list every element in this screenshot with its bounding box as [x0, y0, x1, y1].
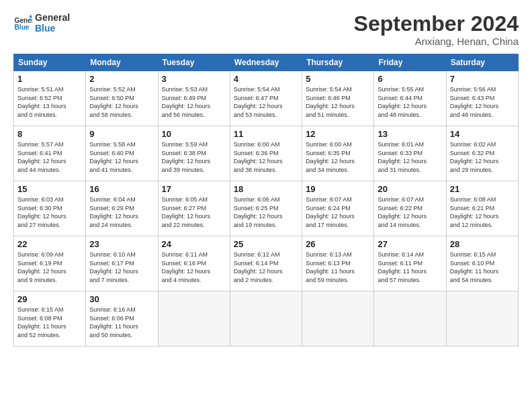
- week-row-3: 15Sunrise: 6:03 AMSunset: 6:30 PMDayligh…: [14, 181, 519, 236]
- day-cell: 15Sunrise: 6:03 AMSunset: 6:30 PMDayligh…: [14, 181, 86, 236]
- day-number: 11: [234, 129, 298, 139]
- day-info: Sunrise: 6:01 AMSunset: 6:33 PMDaylight:…: [378, 140, 442, 174]
- title-block: September 2024 Anxiang, Henan, China: [354, 12, 519, 47]
- week-row-5: 29Sunrise: 6:15 AMSunset: 6:08 PMDayligh…: [14, 291, 519, 347]
- day-number: 13: [378, 129, 442, 139]
- day-info: Sunrise: 6:00 AMSunset: 6:36 PMDaylight:…: [234, 140, 298, 174]
- day-number: 14: [450, 129, 515, 139]
- day-number: 3: [162, 74, 226, 84]
- day-info: Sunrise: 6:09 AMSunset: 6:19 PMDaylight:…: [17, 250, 82, 284]
- day-info: Sunrise: 6:14 AMSunset: 6:11 PMDaylight:…: [378, 250, 442, 284]
- day-info: Sunrise: 6:10 AMSunset: 6:17 PMDaylight:…: [89, 250, 154, 284]
- day-cell: 30Sunrise: 6:16 AMSunset: 6:06 PMDayligh…: [86, 291, 158, 347]
- day-info: Sunrise: 6:02 AMSunset: 6:32 PMDaylight:…: [450, 140, 515, 174]
- day-number: 8: [17, 129, 82, 139]
- month-title: September 2024: [354, 12, 519, 36]
- day-info: Sunrise: 6:16 AMSunset: 6:06 PMDaylight:…: [89, 306, 154, 339]
- day-number: 25: [234, 239, 298, 249]
- day-number: 20: [378, 184, 442, 194]
- day-cell: 3Sunrise: 5:53 AMSunset: 6:49 PMDaylight…: [158, 71, 230, 126]
- weekday-header-row: SundayMondayTuesdayWednesdayThursdayFrid…: [14, 54, 519, 71]
- week-row-2: 8Sunrise: 5:57 AMSunset: 6:41 PMDaylight…: [14, 126, 519, 181]
- header: General Blue General Blue September 2024…: [13, 12, 519, 47]
- logo-icon: General Blue: [13, 13, 32, 32]
- day-number: 12: [306, 129, 370, 139]
- day-cell: 4Sunrise: 5:54 AMSunset: 6:47 PMDaylight…: [230, 71, 302, 126]
- day-number: 10: [162, 129, 226, 139]
- day-cell: [374, 291, 446, 347]
- day-info: Sunrise: 5:57 AMSunset: 6:41 PMDaylight:…: [17, 140, 82, 174]
- day-number: 29: [17, 294, 82, 304]
- day-info: Sunrise: 6:07 AMSunset: 6:24 PMDaylight:…: [306, 195, 370, 229]
- day-number: 19: [306, 184, 370, 194]
- day-info: Sunrise: 6:05 AMSunset: 6:27 PMDaylight:…: [162, 195, 226, 229]
- page: General Blue General Blue September 2024…: [0, 0, 532, 353]
- day-cell: [302, 291, 374, 347]
- day-info: Sunrise: 5:53 AMSunset: 6:49 PMDaylight:…: [162, 85, 226, 119]
- location: Anxiang, Henan, China: [354, 36, 519, 47]
- day-cell: 27Sunrise: 6:14 AMSunset: 6:11 PMDayligh…: [374, 236, 446, 291]
- day-number: 27: [378, 239, 442, 249]
- day-cell: 12Sunrise: 6:00 AMSunset: 6:35 PMDayligh…: [302, 126, 374, 181]
- day-number: 4: [234, 74, 298, 84]
- logo-general: General: [35, 12, 70, 23]
- day-number: 9: [89, 129, 154, 139]
- day-cell: 10Sunrise: 5:59 AMSunset: 6:38 PMDayligh…: [158, 126, 230, 181]
- day-info: Sunrise: 5:58 AMSunset: 6:40 PMDaylight:…: [89, 140, 154, 174]
- day-info: Sunrise: 6:07 AMSunset: 6:22 PMDaylight:…: [378, 195, 442, 229]
- day-cell: 28Sunrise: 6:15 AMSunset: 6:10 PMDayligh…: [446, 236, 518, 291]
- weekday-saturday: Saturday: [446, 54, 518, 71]
- day-cell: 23Sunrise: 6:10 AMSunset: 6:17 PMDayligh…: [86, 236, 158, 291]
- day-number: 30: [89, 294, 154, 304]
- day-info: Sunrise: 6:04 AMSunset: 6:29 PMDaylight:…: [89, 195, 154, 229]
- day-number: 26: [306, 239, 370, 249]
- day-info: Sunrise: 5:54 AMSunset: 6:47 PMDaylight:…: [234, 85, 298, 119]
- day-info: Sunrise: 6:12 AMSunset: 6:14 PMDaylight:…: [234, 250, 298, 284]
- day-cell: 7Sunrise: 5:56 AMSunset: 6:43 PMDaylight…: [446, 71, 518, 126]
- day-info: Sunrise: 5:52 AMSunset: 6:50 PMDaylight:…: [89, 85, 154, 119]
- logo: General Blue General Blue: [13, 12, 70, 34]
- day-info: Sunrise: 6:15 AMSunset: 6:08 PMDaylight:…: [17, 306, 82, 339]
- day-cell: [158, 291, 230, 347]
- day-number: 28: [450, 239, 515, 249]
- day-cell: 22Sunrise: 6:09 AMSunset: 6:19 PMDayligh…: [14, 236, 86, 291]
- weekday-wednesday: Wednesday: [230, 54, 302, 71]
- day-number: 23: [89, 239, 154, 249]
- day-number: 15: [17, 184, 82, 194]
- svg-marker-2: [29, 15, 32, 18]
- day-info: Sunrise: 5:55 AMSunset: 6:44 PMDaylight:…: [378, 85, 442, 119]
- weekday-friday: Friday: [374, 54, 446, 71]
- day-cell: 24Sunrise: 6:11 AMSunset: 6:16 PMDayligh…: [158, 236, 230, 291]
- day-cell: 29Sunrise: 6:15 AMSunset: 6:08 PMDayligh…: [14, 291, 86, 347]
- day-cell: 20Sunrise: 6:07 AMSunset: 6:22 PMDayligh…: [374, 181, 446, 236]
- day-number: 24: [162, 239, 226, 249]
- day-cell: 25Sunrise: 6:12 AMSunset: 6:14 PMDayligh…: [230, 236, 302, 291]
- calendar-table: SundayMondayTuesdayWednesdayThursdayFrid…: [13, 54, 519, 347]
- day-cell: 16Sunrise: 6:04 AMSunset: 6:29 PMDayligh…: [86, 181, 158, 236]
- day-cell: 1Sunrise: 5:51 AMSunset: 6:52 PMDaylight…: [14, 71, 86, 126]
- weekday-tuesday: Tuesday: [158, 54, 230, 71]
- day-number: 7: [450, 74, 515, 84]
- weekday-sunday: Sunday: [14, 54, 86, 71]
- day-cell: 18Sunrise: 6:06 AMSunset: 6:25 PMDayligh…: [230, 181, 302, 236]
- day-number: 17: [162, 184, 226, 194]
- day-cell: 14Sunrise: 6:02 AMSunset: 6:32 PMDayligh…: [446, 126, 518, 181]
- day-cell: 17Sunrise: 6:05 AMSunset: 6:27 PMDayligh…: [158, 181, 230, 236]
- day-info: Sunrise: 6:06 AMSunset: 6:25 PMDaylight:…: [234, 195, 298, 229]
- day-cell: 6Sunrise: 5:55 AMSunset: 6:44 PMDaylight…: [374, 71, 446, 126]
- day-number: 18: [234, 184, 298, 194]
- day-cell: 26Sunrise: 6:13 AMSunset: 6:13 PMDayligh…: [302, 236, 374, 291]
- day-info: Sunrise: 5:51 AMSunset: 6:52 PMDaylight:…: [17, 85, 82, 119]
- day-number: 6: [378, 74, 442, 84]
- day-info: Sunrise: 5:56 AMSunset: 6:43 PMDaylight:…: [450, 85, 515, 119]
- weekday-monday: Monday: [86, 54, 158, 71]
- day-cell: 5Sunrise: 5:54 AMSunset: 6:46 PMDaylight…: [302, 71, 374, 126]
- day-number: 22: [17, 239, 82, 249]
- day-cell: [230, 291, 302, 347]
- day-cell: 11Sunrise: 6:00 AMSunset: 6:36 PMDayligh…: [230, 126, 302, 181]
- day-number: 16: [89, 184, 154, 194]
- day-info: Sunrise: 6:03 AMSunset: 6:30 PMDaylight:…: [17, 195, 82, 229]
- day-cell: 2Sunrise: 5:52 AMSunset: 6:50 PMDaylight…: [86, 71, 158, 126]
- day-cell: 9Sunrise: 5:58 AMSunset: 6:40 PMDaylight…: [86, 126, 158, 181]
- day-number: 5: [306, 74, 370, 84]
